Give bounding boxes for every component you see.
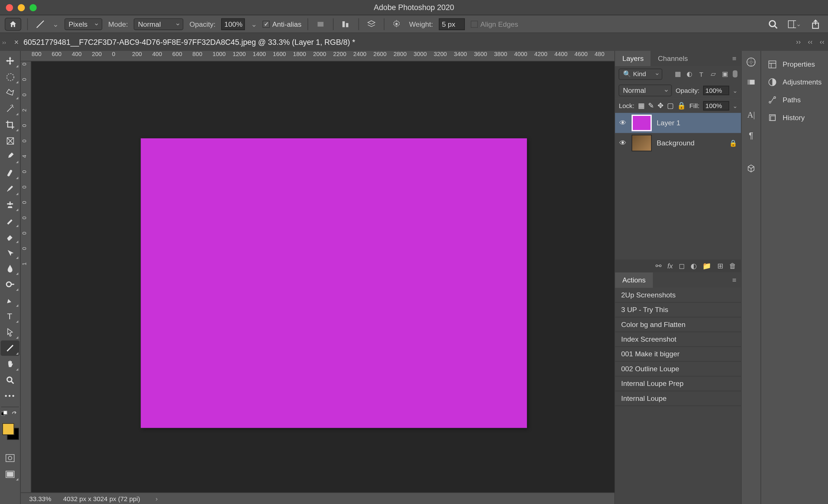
home-button[interactable] [5, 17, 21, 31]
adjustment-layer-icon[interactable]: ◐ [691, 262, 697, 270]
units-select[interactable]: Pixels [65, 18, 102, 30]
layer-row[interactable]: 👁 Layer 1 [615, 113, 741, 133]
swatches-panel-icon[interactable] [743, 75, 759, 90]
weight-input[interactable]: 5 px [439, 18, 465, 30]
layer-group-icon[interactable]: 📁 [702, 262, 711, 270]
clone-stamp-tool[interactable] [1, 197, 19, 212]
opacity-input[interactable]: 100% [221, 18, 245, 30]
path-select-tool[interactable] [1, 324, 19, 340]
gear-icon[interactable] [390, 17, 403, 31]
lock-pixels-icon[interactable]: ✎ [648, 102, 654, 110]
align-edges-checkbox[interactable]: Align Edges [471, 20, 519, 28]
expand-toolbox-icon[interactable]: ›› [0, 33, 8, 51]
action-item[interactable]: 3 UP - Try This [615, 303, 741, 317]
align-icon[interactable] [339, 17, 352, 31]
filter-smart-icon[interactable]: ▣ [721, 70, 729, 79]
rect-icon[interactable] [314, 17, 327, 31]
layer-name[interactable]: Layer 1 [657, 119, 680, 127]
layer-filter-select[interactable]: 🔍 Kind [619, 69, 662, 80]
chevron-down-icon[interactable]: ⌄ [251, 20, 257, 28]
layer-name[interactable]: Background [657, 139, 695, 147]
visibility-toggle-icon[interactable]: 👁 [619, 139, 627, 147]
layer-opacity-input[interactable]: 100% [703, 86, 729, 95]
collapse-panels-left-icon[interactable]: ›› [796, 38, 801, 46]
visibility-toggle-icon[interactable]: 👁 [619, 119, 627, 127]
panel-properties[interactable]: Properties [762, 55, 827, 73]
filter-adjust-icon[interactable]: ◐ [686, 70, 694, 79]
panel-paths[interactable]: Paths [762, 91, 827, 109]
window-zoom-button[interactable] [30, 4, 37, 11]
filter-shape-icon[interactable]: ▱ [709, 70, 717, 79]
move-tool[interactable] [1, 53, 19, 68]
panel-history[interactable]: History [762, 108, 827, 127]
action-item[interactable]: Internal Loupe Prep [615, 376, 741, 391]
chevron-right-icon[interactable]: › [156, 495, 158, 502]
frame-tool[interactable] [1, 133, 19, 148]
panel-adjustments[interactable]: Adjustments [762, 73, 827, 91]
action-item[interactable]: 2Up Screenshots [615, 288, 741, 303]
link-layers-icon[interactable]: ⚯ [656, 262, 662, 270]
blur-tool[interactable] [1, 261, 19, 276]
delete-layer-icon[interactable]: 🗑 [729, 262, 736, 270]
antialias-checkbox[interactable]: Anti-alias [263, 20, 301, 28]
lasso-tool[interactable] [1, 85, 19, 100]
canvas[interactable] [141, 138, 527, 428]
action-item[interactable]: 002 Outline Loupe [615, 362, 741, 376]
new-layer-icon[interactable]: ⊞ [717, 262, 723, 270]
foreground-color-swatch[interactable] [3, 423, 14, 435]
brush-tool[interactable] [1, 181, 19, 196]
blend-mode-select[interactable]: Normal [134, 18, 184, 30]
pen-tool[interactable] [1, 292, 19, 308]
close-tab-icon[interactable]: × [14, 38, 19, 47]
zoom-tool[interactable] [1, 372, 19, 387]
layer-fill-input[interactable]: 100% [703, 101, 729, 110]
quickmask-icon[interactable] [1, 450, 19, 465]
layer-fx-icon[interactable]: fx [667, 262, 673, 270]
type-tool[interactable]: T [1, 309, 19, 324]
character-panel-icon[interactable]: A| [743, 107, 759, 123]
action-item[interactable]: Color bg and Flatten [615, 318, 741, 332]
panel-menu-icon[interactable]: ≡ [728, 272, 741, 288]
action-item[interactable]: 001 Make it bigger [615, 347, 741, 362]
filter-type-icon[interactable]: T [697, 70, 706, 79]
filter-pixel-icon[interactable]: ▦ [673, 70, 682, 79]
layer-thumbnail[interactable] [632, 114, 652, 131]
tab-actions[interactable]: Actions [615, 272, 653, 288]
line-shape-tool[interactable] [1, 340, 19, 356]
lock-artboard-icon[interactable]: ▢ [667, 102, 674, 110]
tab-layers[interactable]: Layers [615, 51, 651, 66]
search-icon[interactable] [767, 17, 779, 31]
workspace-icon[interactable]: ⌄ [788, 17, 801, 31]
gradient-tool[interactable] [1, 245, 19, 260]
layer-mask-icon[interactable]: ◻ [679, 262, 685, 270]
color-panel-icon[interactable] [743, 54, 759, 70]
lock-transparency-icon[interactable]: ▦ [638, 102, 645, 110]
zoom-level[interactable]: 33.33% [29, 495, 51, 502]
3d-panel-icon[interactable] [743, 161, 759, 176]
action-item[interactable]: Internal Loupe [615, 392, 741, 406]
window-close-button[interactable] [6, 4, 13, 11]
document-dimensions[interactable]: 4032 px x 3024 px (72 ppi) [63, 495, 140, 502]
screen-mode-icon[interactable] [1, 466, 19, 482]
action-item[interactable]: Index Screenshot [615, 332, 741, 347]
document-tab[interactable]: × 60521779481__F7C2F3D7-ABC9-4D76-9F8E-9… [8, 33, 361, 51]
horizontal-ruler[interactable]: 8006004002000200400600800100012001400160… [21, 51, 615, 61]
dodge-tool[interactable] [1, 277, 19, 292]
vertical-ruler[interactable]: 00020040000001 [21, 61, 32, 493]
layer-blend-mode-select[interactable]: Normal [619, 85, 672, 96]
collapse-panels-right-icon[interactable]: ‹‹ [808, 38, 813, 46]
stack-icon[interactable] [365, 17, 378, 31]
color-swatches[interactable] [1, 422, 19, 440]
window-minimize-button[interactable] [18, 4, 25, 11]
magic-wand-tool[interactable] [1, 101, 19, 117]
line-tool-preset-icon[interactable] [34, 17, 47, 31]
crop-tool[interactable] [1, 117, 19, 132]
lock-all-icon[interactable]: 🔒 [677, 102, 686, 110]
eraser-tool[interactable] [1, 229, 19, 244]
eyedropper-tool[interactable] [1, 149, 19, 164]
default-colors-icon[interactable] [1, 413, 19, 418]
lock-position-icon[interactable]: ✥ [658, 102, 664, 110]
marquee-tool[interactable] [1, 69, 19, 85]
tab-channels[interactable]: Channels [651, 51, 695, 66]
filter-toggle-icon[interactable] [733, 70, 737, 77]
